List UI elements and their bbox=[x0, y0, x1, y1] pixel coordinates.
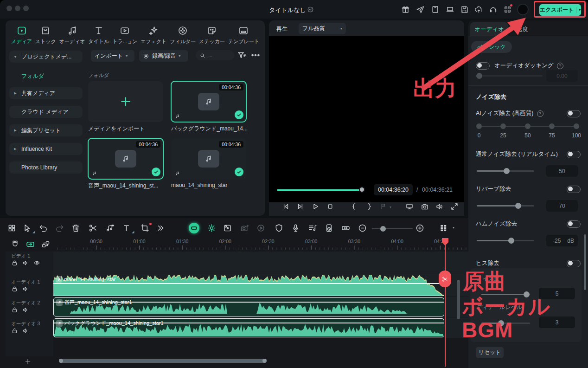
track-manager-caret[interactable]: ▾ bbox=[453, 226, 454, 230]
sidebar-item-1[interactable]: フォルダ bbox=[9, 71, 83, 81]
tab-6[interactable]: フィルター bbox=[170, 23, 196, 50]
control-slider[interactable] bbox=[477, 170, 534, 172]
control-slider[interactable] bbox=[477, 240, 534, 241]
camera-icon[interactable] bbox=[421, 202, 429, 211]
speaker-icon[interactable] bbox=[22, 285, 29, 292]
avatar-green-icon[interactable] bbox=[189, 223, 199, 233]
layout-grid-icon[interactable] bbox=[7, 223, 17, 233]
progress-knob[interactable] bbox=[359, 187, 365, 193]
panel-scrollbar[interactable] bbox=[584, 234, 586, 290]
search-input[interactable]: ... bbox=[196, 50, 234, 60]
device-clock-icon[interactable] bbox=[324, 223, 334, 233]
speaker-icon[interactable] bbox=[22, 327, 29, 334]
cursor-icon[interactable] bbox=[22, 223, 32, 233]
sidebar-item-6[interactable]: Photos Library bbox=[9, 161, 83, 174]
volume-line[interactable] bbox=[53, 283, 444, 284]
music-add-icon[interactable] bbox=[105, 223, 115, 233]
more-options-icon[interactable] bbox=[250, 50, 261, 60]
track-manager-icon[interactable] bbox=[439, 223, 448, 233]
lock-icon[interactable] bbox=[11, 306, 18, 313]
sidebar-item-5[interactable]: ▶Influence Kit bbox=[9, 143, 83, 155]
eye-icon[interactable] bbox=[33, 259, 40, 266]
stop-icon[interactable] bbox=[326, 202, 334, 211]
control-toggle[interactable] bbox=[567, 220, 581, 228]
slider-dot[interactable] bbox=[525, 123, 530, 129]
quality-dropdown[interactable]: フル品質▾ bbox=[299, 23, 346, 34]
media-tile[interactable]: 00:04:36 bbox=[171, 138, 246, 179]
slider-dot[interactable] bbox=[574, 123, 579, 129]
trash-icon[interactable] bbox=[71, 223, 81, 233]
fit-range-icon[interactable] bbox=[341, 223, 351, 233]
zoom-window-button[interactable] bbox=[23, 6, 29, 11]
add-track-button[interactable] bbox=[24, 358, 32, 365]
hiss-toggle[interactable] bbox=[567, 260, 581, 267]
playback-progress[interactable] bbox=[277, 189, 361, 191]
audio-clip-3[interactable]: バックグラウンド_maou_14_shining_star1 bbox=[53, 318, 444, 337]
tab-1[interactable]: ストック bbox=[35, 23, 56, 50]
timeline-vertical-scrollbar[interactable] bbox=[457, 280, 460, 319]
control-toggle[interactable] bbox=[567, 151, 581, 158]
audio-clip-1[interactable]: maou_14_shining_star bbox=[53, 275, 444, 296]
control-toggle[interactable] bbox=[567, 186, 581, 193]
playhead[interactable] bbox=[445, 239, 446, 367]
close-window-button[interactable] bbox=[6, 6, 12, 11]
mark-in-icon[interactable] bbox=[350, 202, 358, 211]
text-tool-icon[interactable] bbox=[121, 223, 131, 233]
magnet-icon[interactable] bbox=[10, 239, 20, 249]
scissors-icon[interactable] bbox=[88, 223, 98, 233]
time-ruler[interactable]: 00:3001:0001:3002:0002:3003:0003:3004:00… bbox=[53, 238, 468, 252]
audio-clip-2[interactable]: 音声_maou_14_shining_star1 bbox=[53, 297, 444, 316]
split-track-icon[interactable] bbox=[41, 239, 51, 249]
split-scissors-button[interactable] bbox=[439, 271, 451, 287]
tab-3[interactable]: タイトル bbox=[88, 23, 109, 50]
shield-icon[interactable] bbox=[274, 223, 284, 233]
horizontal-scrollbar[interactable] bbox=[59, 359, 267, 363]
marker-icon[interactable] bbox=[379, 202, 388, 211]
display-icon[interactable] bbox=[405, 202, 414, 211]
minus-circle-icon[interactable] bbox=[358, 223, 367, 233]
lock-icon[interactable] bbox=[11, 259, 18, 266]
slider-dot[interactable] bbox=[500, 123, 506, 129]
music-list-icon[interactable] bbox=[307, 223, 317, 233]
playhead-handle[interactable] bbox=[441, 238, 449, 246]
next-frame-icon[interactable] bbox=[296, 202, 305, 211]
reset-button[interactable]: リセット bbox=[476, 347, 504, 358]
marker-caret-icon[interactable]: ▾ bbox=[390, 205, 391, 209]
media-tile[interactable]: 00:04:36 bbox=[88, 138, 163, 179]
speaker-icon[interactable] bbox=[435, 202, 444, 211]
filter-icon[interactable] bbox=[236, 50, 247, 60]
tab-0[interactable]: メディア bbox=[11, 23, 32, 50]
ai-spider-icon[interactable] bbox=[207, 223, 217, 233]
camera-plus-icon[interactable] bbox=[240, 223, 249, 233]
slider-dot[interactable] bbox=[476, 123, 482, 129]
redo-icon[interactable] bbox=[55, 223, 64, 233]
chevrons-right-icon[interactable] bbox=[155, 223, 165, 233]
expand-icon[interactable] bbox=[450, 202, 459, 211]
tab-5[interactable]: エフェクト bbox=[141, 23, 166, 50]
plus-circle-icon[interactable] bbox=[415, 223, 425, 233]
zoom-slider-knob[interactable] bbox=[380, 226, 386, 232]
lock-icon[interactable] bbox=[11, 285, 18, 292]
preview-clip-icon[interactable] bbox=[223, 223, 232, 233]
ai-denoise-toggle[interactable] bbox=[567, 110, 581, 117]
record-dropdown[interactable]: 録画/録音▾ bbox=[139, 50, 188, 62]
tab-2[interactable]: オーディオ bbox=[59, 23, 85, 50]
lock-icon[interactable] bbox=[11, 327, 18, 334]
crop-tool-icon[interactable] bbox=[140, 223, 150, 233]
media-tile[interactable]: 00:04:36 bbox=[171, 81, 246, 122]
import-dropdown[interactable]: インポート▾ bbox=[91, 50, 134, 62]
play-icon[interactable] bbox=[311, 202, 320, 211]
tab-4[interactable]: トラ...ョン bbox=[112, 23, 137, 50]
sidebar-item-2[interactable]: ▶共有メディア bbox=[9, 87, 83, 99]
tab-7[interactable]: ステッカー bbox=[199, 23, 225, 50]
mic-icon[interactable] bbox=[291, 223, 300, 233]
zoom-slider[interactable] bbox=[372, 228, 413, 229]
slider-dot[interactable] bbox=[549, 123, 555, 129]
import-media-tile[interactable] bbox=[88, 81, 163, 122]
minimize-window-button[interactable] bbox=[15, 6, 20, 11]
mark-out-icon[interactable] bbox=[365, 202, 373, 211]
control-slider[interactable] bbox=[477, 205, 534, 207]
sidebar-item-4[interactable]: ▶編集プリセット bbox=[9, 124, 83, 136]
tab-8[interactable]: テンプレート bbox=[228, 23, 259, 50]
undo-icon[interactable] bbox=[38, 223, 48, 233]
